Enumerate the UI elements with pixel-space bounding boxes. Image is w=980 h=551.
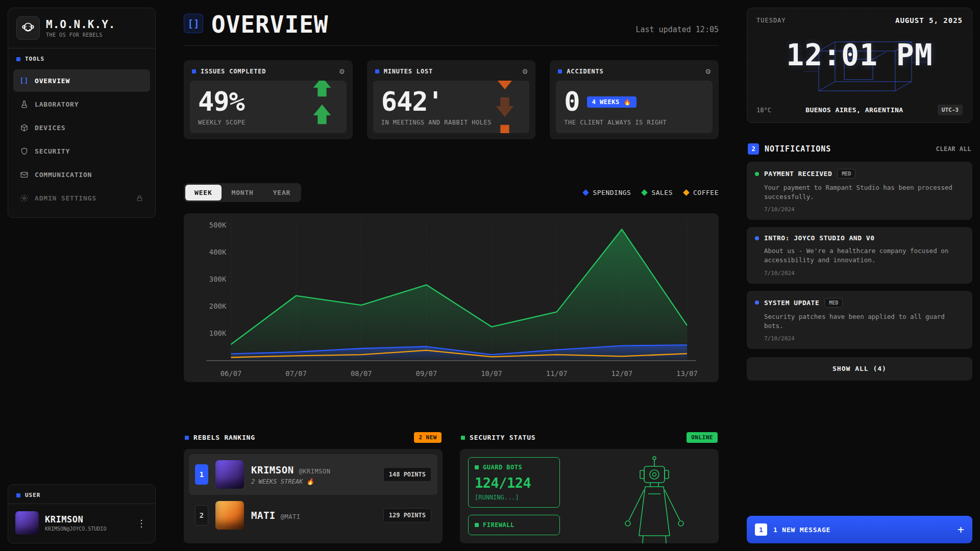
notification-body: Your payment to Rampant Studio has been … <box>755 183 964 202</box>
message-label: 1 NEW MESSAGE <box>773 526 830 534</box>
user-email: KRIMSON@JOYCO.STUDIO <box>45 526 106 532</box>
unread-dot <box>755 300 759 305</box>
svg-text:10/07: 10/07 <box>481 370 502 378</box>
priority-badge: MED <box>837 169 855 179</box>
legend-spendings[interactable]: SPENDINGS <box>583 189 631 196</box>
current-time: 12:01 PM <box>756 38 963 72</box>
unread-dot <box>755 172 759 176</box>
notification-title: SYSTEM UPDATE <box>764 299 819 307</box>
temperature-label: 18°C <box>756 107 771 114</box>
new-count-badge: 2 NEW <box>414 432 442 443</box>
user-avatar <box>15 511 39 535</box>
line-chart-card: 06/0707/0708/0709/0710/0711/0712/0713/07… <box>184 213 719 382</box>
notification-date: 7/10/2024 <box>755 206 964 213</box>
user-menu-kebab-icon[interactable]: ⋮ <box>135 516 148 531</box>
firewall-label: FIREWALL <box>483 521 514 529</box>
stat-bullet <box>558 69 562 73</box>
rebel-handle: @KRIMSON <box>299 468 331 475</box>
guard-bots-status: [RUNNING...] <box>475 494 553 501</box>
sidebar-item-overview[interactable]: [] OVERVIEW <box>13 69 150 92</box>
sidebar-item-communication[interactable]: COMMUNICATION <box>13 163 150 186</box>
section-bullet <box>16 57 20 61</box>
user-section-label: USER <box>8 485 155 504</box>
main-content: [] OVERVIEW Last updated 12:05 ISSUES CO… <box>184 8 719 543</box>
section-bullet <box>16 493 20 497</box>
online-badge: ONLINE <box>687 432 718 443</box>
flask-icon <box>19 99 29 109</box>
stat-title: ISSUES COMPLETED <box>201 68 266 75</box>
notifications-title: NOTIFICATIONS <box>765 144 831 154</box>
notification-item-payment[interactable]: PAYMENT RECEIVED MED Your payment to Ram… <box>747 162 972 220</box>
clock-widget: TUESDAY AUGUST 5, 2025 12:01 PM 18°C BUE… <box>747 8 972 123</box>
trend-down-arrows-icon <box>492 81 518 134</box>
svg-text:300K: 300K <box>209 276 227 284</box>
gear-icon[interactable]: ⚙ <box>339 67 345 76</box>
notification-date: 7/10/2024 <box>755 270 964 277</box>
dashboard-page: M.O.N.K.Y. THE OS FOR REBELS TOOLS [] OV… <box>0 0 980 551</box>
diamond-icon <box>642 190 648 196</box>
avatar <box>215 501 244 530</box>
tab-month[interactable]: MONTH <box>223 185 263 201</box>
rebel-handle: @MATI <box>281 513 301 520</box>
guard-bots-value: 124/124 <box>475 475 553 491</box>
avatar <box>215 460 244 489</box>
gear-icon[interactable]: ⚙ <box>705 67 710 76</box>
date-label: AUGUST 5, 2025 <box>895 16 963 24</box>
firewall-box: FIREWALL <box>468 515 560 535</box>
ranking-row-2[interactable]: 2 MATI @MATI 129 POINTS <box>189 495 437 536</box>
rank-badge: 1 <box>195 464 208 485</box>
security-title: SECURITY STATUS <box>470 434 535 441</box>
clear-all-button[interactable]: CLEAR ALL <box>936 145 971 153</box>
section-bullet <box>461 436 465 440</box>
ranking-title: REBELS RANKING <box>193 434 255 441</box>
ranking-row-1[interactable]: 1 KRIMSON @KRIMSON 2 WEEKS STREAK 🔥 148 … <box>189 454 437 495</box>
sidebar-item-laboratory[interactable]: LABORATORY <box>13 93 150 115</box>
guard-bot-illustration <box>614 455 695 543</box>
page-title: OVERVIEW <box>211 13 329 36</box>
tab-year[interactable]: YEAR <box>264 185 300 201</box>
sidebar: M.O.N.K.Y. THE OS FOR REBELS TOOLS [] OV… <box>8 8 156 543</box>
diamond-icon <box>583 190 590 196</box>
user-profile-row[interactable]: KRIMSON KRIMSON@JOYCO.STUDIO ⋮ <box>8 504 155 543</box>
sidebar-item-security[interactable]: SECURITY <box>13 140 150 162</box>
sidebar-item-devices[interactable]: DEVICES <box>13 116 150 139</box>
status-bullet <box>475 465 479 469</box>
monkey-logo-icon <box>16 16 40 40</box>
notification-count-badge: 2 <box>748 143 759 155</box>
gear-icon[interactable]: ⚙ <box>523 67 528 76</box>
legend-sales[interactable]: SALES <box>642 189 673 196</box>
status-bullet <box>475 523 479 527</box>
svg-text:500K: 500K <box>209 221 227 230</box>
rank-badge: 2 <box>195 505 208 525</box>
new-message-bar[interactable]: 1 1 NEW MESSAGE + <box>747 516 972 543</box>
rebel-streak: 2 WEEKS STREAK 🔥 <box>251 478 330 485</box>
svg-text:06/07: 06/07 <box>220 370 242 378</box>
svg-text:100K: 100K <box>209 330 227 338</box>
right-panel: TUESDAY AUGUST 5, 2025 12:01 PM 18°C BUE… <box>747 8 972 543</box>
notification-title: INTRO: JOYCO STUDIO AND V0 <box>764 234 875 242</box>
shield-icon <box>19 146 29 156</box>
line-chart: 06/0707/0708/0709/0710/0711/0712/0713/07… <box>184 213 719 382</box>
rebel-name: MATI <box>251 510 276 521</box>
show-all-button[interactable]: SHOW ALL (4) <box>747 357 972 381</box>
notification-body: Security patches have been applied to al… <box>755 312 964 331</box>
legend-coffee[interactable]: COFFEE <box>684 189 719 196</box>
svg-text:08/07: 08/07 <box>351 370 372 378</box>
weekday-label: TUESDAY <box>756 17 786 24</box>
priority-badge: MED <box>824 298 843 308</box>
guard-bots-box: GUARD BOTS 124/124 [RUNNING...] <box>468 457 560 508</box>
notification-title: PAYMENT RECEIVED <box>764 170 832 178</box>
notification-item-intro[interactable]: INTRO: JOYCO STUDIO AND V0 About us - We… <box>747 227 972 283</box>
rebel-name: KRIMSON <box>251 464 294 475</box>
security-panel: GUARD BOTS 124/124 [RUNNING...] FIREWALL <box>460 449 719 543</box>
svg-text:07/07: 07/07 <box>285 370 307 378</box>
tab-week[interactable]: WEEK <box>185 185 222 201</box>
message-count-badge: 1 <box>755 523 767 536</box>
notifications-header: 2 NOTIFICATIONS CLEAR ALL <box>747 143 972 155</box>
svg-text:400K: 400K <box>209 248 227 257</box>
stat-title: ACCIDENTS <box>567 68 603 75</box>
notification-item-system-update[interactable]: SYSTEM UPDATE MED Security patches have … <box>747 291 972 349</box>
sidebar-item-admin-settings[interactable]: ADMIN SETTINGS <box>13 187 150 209</box>
app-title: M.O.N.K.Y. <box>46 18 115 31</box>
trend-up-arrows-icon <box>309 81 335 134</box>
